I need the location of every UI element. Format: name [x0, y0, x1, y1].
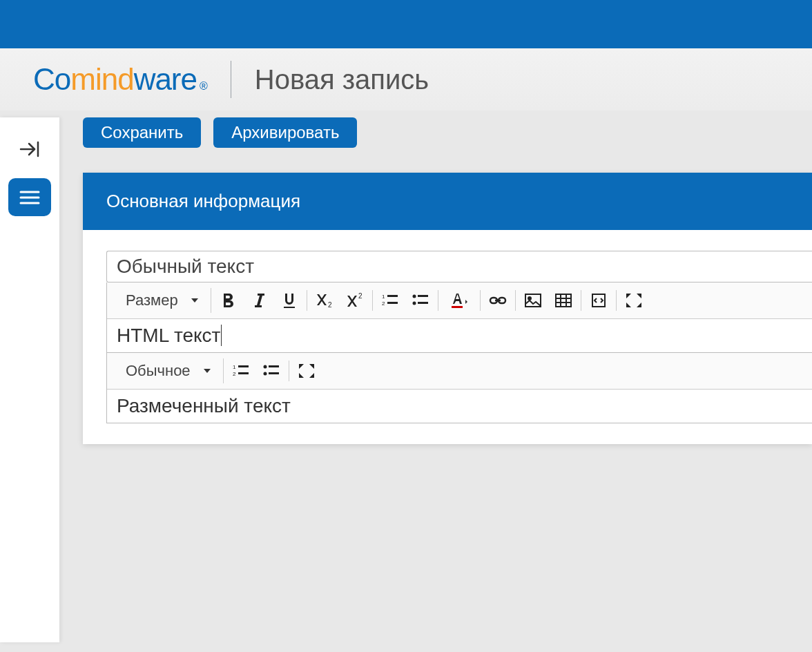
- logo-part-ware: ware: [134, 62, 197, 97]
- archive-button[interactable]: Архивировать: [213, 117, 357, 148]
- top-bar: [0, 0, 812, 48]
- marked-text-value: Размеченный текст: [117, 395, 291, 416]
- header: Comindware® Новая запись: [0, 48, 812, 111]
- collapse-sidebar-button[interactable]: [10, 133, 49, 166]
- action-buttons: Сохранить Архивировать: [83, 117, 812, 148]
- font-size-label: Размер: [126, 291, 178, 309]
- caret-down-icon: [191, 296, 199, 305]
- ordered-list-icon: 12: [382, 293, 398, 308]
- paragraph-style-label: Обычное: [126, 362, 191, 380]
- superscript-button[interactable]: 2: [345, 290, 365, 311]
- svg-rect-26: [238, 365, 249, 367]
- svg-point-9: [412, 295, 416, 298]
- unordered-list-button[interactable]: [410, 290, 431, 311]
- svg-rect-6: [387, 295, 398, 297]
- plain-text-field[interactable]: Обычный текст: [106, 251, 812, 282]
- link-button[interactable]: [487, 290, 508, 311]
- table-button[interactable]: [553, 290, 574, 311]
- main-content: Сохранить Архивировать Основная информац…: [59, 111, 812, 642]
- menu-button[interactable]: [8, 178, 51, 216]
- html-editor-content[interactable]: HTML текст: [107, 319, 812, 352]
- table-icon: [555, 294, 572, 307]
- plain-text-value: Обычный текст: [117, 256, 254, 277]
- panel: Основная информация Обычный текст Размер: [83, 173, 812, 444]
- image-button[interactable]: [523, 290, 543, 311]
- page-title: Новая запись: [255, 64, 429, 95]
- paragraph-style-dropdown[interactable]: Обычное: [121, 358, 216, 383]
- svg-text:2: 2: [328, 301, 332, 308]
- logo-part-mind: mind: [70, 62, 133, 97]
- svg-text:2: 2: [382, 300, 385, 307]
- svg-rect-30: [269, 365, 279, 367]
- fullscreen-icon: [626, 293, 642, 308]
- logo-part-co: Co: [33, 62, 70, 97]
- unordered-list-icon: [412, 293, 429, 308]
- fullscreen-button[interactable]: [624, 290, 644, 311]
- svg-point-31: [263, 372, 267, 376]
- link-icon: [489, 294, 507, 307]
- ordered-list-button-2[interactable]: 12: [231, 361, 251, 381]
- fullscreen-button-2[interactable]: [296, 361, 317, 381]
- code-icon: [591, 293, 606, 308]
- text-color-button[interactable]: [445, 290, 473, 311]
- panel-title: Основная информация: [83, 173, 812, 230]
- svg-text:2: 2: [233, 371, 236, 377]
- svg-rect-10: [418, 295, 428, 297]
- sidebar: [0, 117, 59, 642]
- caret-down-icon: [203, 367, 211, 375]
- svg-point-11: [412, 302, 416, 305]
- text-color-icon: [449, 292, 470, 309]
- svg-rect-32: [269, 372, 279, 374]
- svg-text:2: 2: [358, 293, 362, 300]
- logo: Comindware®: [33, 62, 207, 97]
- panel-body: Обычный текст Размер: [83, 230, 812, 444]
- save-button[interactable]: Сохранить: [83, 117, 201, 148]
- subscript-button[interactable]: 2: [314, 290, 335, 311]
- svg-text:1: 1: [382, 294, 385, 300]
- marked-editor: Обычное 12: [106, 353, 812, 423]
- fullscreen-icon: [298, 363, 315, 378]
- html-editor-toolbar: Размер: [107, 282, 812, 319]
- header-divider: [231, 61, 231, 98]
- font-size-dropdown[interactable]: Размер: [121, 288, 204, 313]
- underline-icon: [282, 292, 297, 309]
- italic-icon: [253, 292, 265, 309]
- superscript-icon: 2: [346, 293, 364, 308]
- unordered-list-icon: [263, 363, 280, 378]
- bold-button[interactable]: [218, 290, 239, 311]
- hamburger-icon: [19, 189, 41, 206]
- unordered-list-button-2[interactable]: [261, 361, 282, 381]
- marked-editor-toolbar: Обычное 12: [107, 353, 812, 390]
- svg-text:1: 1: [233, 364, 236, 370]
- svg-point-29: [263, 365, 267, 369]
- italic-button[interactable]: [249, 290, 269, 311]
- image-icon: [525, 294, 541, 307]
- svg-point-18: [528, 297, 531, 300]
- svg-rect-19: [556, 294, 571, 307]
- svg-rect-28: [238, 372, 249, 374]
- underline-button[interactable]: [279, 290, 300, 311]
- html-text-value: HTML текст: [117, 325, 222, 346]
- svg-rect-8: [387, 302, 398, 304]
- ordered-list-icon: 12: [233, 363, 249, 378]
- arrow-to-right-icon: [18, 140, 41, 159]
- marked-editor-content[interactable]: Размеченный текст: [107, 390, 812, 423]
- subscript-icon: 2: [316, 293, 334, 308]
- svg-rect-12: [418, 302, 428, 304]
- ordered-list-button[interactable]: 12: [380, 290, 400, 311]
- html-editor: Размер: [106, 282, 812, 353]
- logo-reg: ®: [200, 80, 207, 93]
- bold-icon: [221, 292, 236, 309]
- svg-rect-13: [452, 306, 463, 308]
- code-button[interactable]: [588, 290, 609, 311]
